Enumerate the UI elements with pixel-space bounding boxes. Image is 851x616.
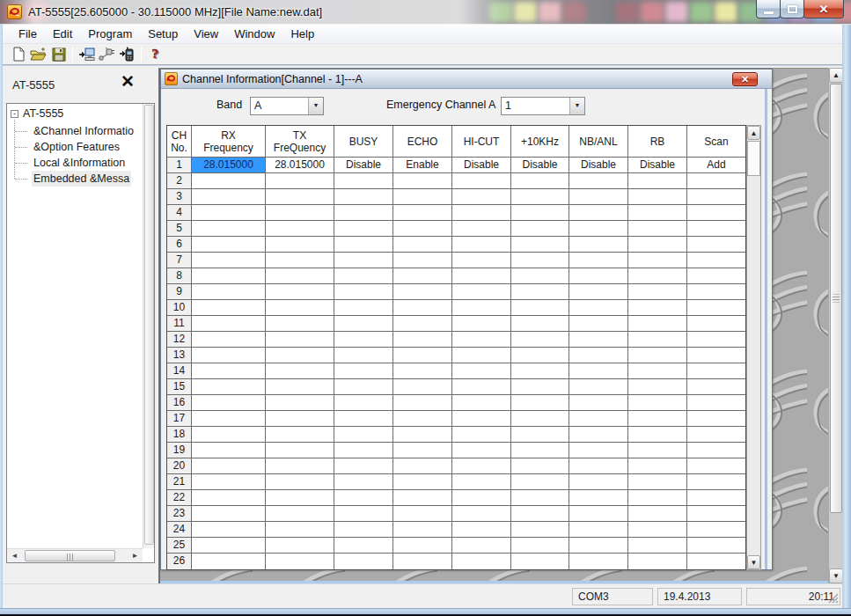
table-cell[interactable] bbox=[569, 363, 628, 379]
table-cell[interactable] bbox=[452, 427, 511, 443]
table-cell[interactable] bbox=[569, 490, 628, 506]
table-cell[interactable] bbox=[334, 411, 393, 427]
table-cell[interactable] bbox=[511, 237, 569, 253]
table-cell[interactable] bbox=[628, 363, 687, 379]
table-cell[interactable] bbox=[628, 348, 687, 363]
table-cell[interactable] bbox=[569, 538, 628, 554]
row-number-cell[interactable]: 6 bbox=[167, 237, 192, 253]
table-cell[interactable] bbox=[334, 237, 393, 253]
table-cell[interactable] bbox=[393, 253, 452, 268]
table-cell[interactable] bbox=[452, 268, 511, 284]
table-cell[interactable] bbox=[687, 348, 745, 363]
table-cell[interactable] bbox=[334, 474, 393, 490]
table-cell[interactable] bbox=[334, 300, 393, 316]
minimize-button[interactable] bbox=[756, 0, 781, 18]
chevron-down-icon[interactable]: ▼ bbox=[569, 98, 584, 114]
menu-view[interactable]: View bbox=[187, 26, 225, 42]
row-number-cell[interactable]: 11 bbox=[167, 316, 192, 332]
tree-root-node[interactable]: AT-5555 bbox=[23, 107, 63, 120]
tree-item-option-features[interactable]: &Option Features bbox=[32, 139, 121, 155]
table-cell[interactable] bbox=[334, 538, 393, 554]
table-cell[interactable] bbox=[569, 253, 628, 268]
sidebar-close-icon[interactable]: ✕ bbox=[121, 71, 135, 92]
table-cell[interactable] bbox=[687, 221, 745, 237]
table-cell[interactable] bbox=[452, 506, 511, 522]
table-cell[interactable] bbox=[687, 395, 745, 411]
table-cell[interactable] bbox=[452, 205, 511, 221]
scroll-right-icon[interactable]: ► bbox=[128, 550, 142, 562]
table-cell[interactable] bbox=[393, 300, 452, 316]
row-number-cell[interactable]: 5 bbox=[167, 221, 192, 237]
table-cell[interactable] bbox=[511, 474, 569, 490]
table-cell[interactable] bbox=[687, 173, 745, 189]
table-cell[interactable] bbox=[192, 363, 266, 379]
maximize-button[interactable] bbox=[780, 0, 804, 18]
table-cell[interactable] bbox=[192, 427, 266, 443]
table-cell[interactable] bbox=[334, 506, 393, 522]
table-cell[interactable] bbox=[569, 300, 628, 316]
table-cell[interactable] bbox=[393, 284, 452, 300]
table-cell[interactable] bbox=[393, 173, 452, 189]
resize-grip[interactable] bbox=[827, 592, 839, 604]
table-cell[interactable] bbox=[452, 554, 511, 569]
table-cell[interactable] bbox=[687, 427, 745, 443]
table-cell[interactable] bbox=[452, 379, 511, 395]
row-number-cell[interactable]: 16 bbox=[167, 395, 192, 411]
table-cell[interactable] bbox=[628, 189, 687, 205]
table-cell[interactable] bbox=[511, 253, 569, 268]
window-titlebar[interactable]: AT-5555[25.605000 - 30.115000 MHz][File … bbox=[0, 0, 851, 25]
row-number-cell[interactable]: 21 bbox=[167, 474, 192, 490]
table-cell[interactable] bbox=[334, 522, 393, 538]
child-window-titlebar[interactable]: Channel Information[Channel - 1]---A ✕ bbox=[161, 70, 772, 89]
table-cell[interactable] bbox=[687, 379, 745, 395]
table-cell[interactable] bbox=[628, 237, 687, 253]
table-cell[interactable] bbox=[452, 443, 511, 458]
table-cell[interactable] bbox=[266, 443, 334, 458]
table-cell[interactable] bbox=[192, 395, 266, 411]
table-cell[interactable] bbox=[266, 300, 334, 316]
table-cell[interactable] bbox=[687, 300, 745, 316]
table-cell[interactable] bbox=[334, 443, 393, 458]
table-cell[interactable]: Disable bbox=[511, 158, 569, 173]
table-cell[interactable] bbox=[628, 538, 687, 554]
table-cell[interactable] bbox=[266, 173, 334, 189]
table-cell[interactable] bbox=[452, 173, 511, 189]
table-cell[interactable] bbox=[192, 284, 266, 300]
table-cell[interactable] bbox=[266, 253, 334, 268]
scrollbar-thumb[interactable] bbox=[747, 141, 760, 176]
scrollbar-thumb[interactable] bbox=[830, 84, 842, 513]
row-number-cell[interactable]: 19 bbox=[167, 443, 192, 458]
table-cell[interactable] bbox=[334, 490, 393, 506]
table-cell[interactable] bbox=[511, 458, 569, 474]
column-header[interactable]: CHNo. bbox=[167, 126, 192, 158]
column-header[interactable]: Scan bbox=[687, 126, 745, 158]
table-cell[interactable] bbox=[452, 253, 511, 268]
table-cell[interactable] bbox=[393, 506, 452, 522]
table-cell[interactable] bbox=[393, 332, 452, 348]
connect-cable-button[interactable] bbox=[97, 45, 117, 63]
table-cell[interactable]: 28.015000 bbox=[266, 158, 334, 173]
table-cell[interactable] bbox=[569, 411, 628, 427]
mdi-vertical-scrollbar[interactable]: ▲ ▼ bbox=[828, 68, 842, 583]
table-cell[interactable]: Enable bbox=[393, 158, 452, 173]
table-cell[interactable] bbox=[192, 411, 266, 427]
table-cell[interactable] bbox=[192, 348, 266, 363]
row-number-cell[interactable]: 25 bbox=[167, 538, 192, 554]
row-number-cell[interactable]: 9 bbox=[167, 284, 192, 300]
table-cell[interactable] bbox=[569, 268, 628, 284]
table-cell[interactable] bbox=[628, 316, 687, 332]
table-cell[interactable] bbox=[628, 458, 687, 474]
table-cell[interactable] bbox=[628, 253, 687, 268]
table-cell[interactable] bbox=[452, 522, 511, 538]
table-cell[interactable] bbox=[266, 205, 334, 221]
tree-collapse-icon[interactable]: - bbox=[11, 110, 18, 118]
table-cell[interactable] bbox=[266, 237, 334, 253]
table-cell[interactable] bbox=[393, 474, 452, 490]
table-cell[interactable] bbox=[628, 554, 687, 569]
table-cell[interactable] bbox=[452, 538, 511, 554]
table-cell[interactable] bbox=[511, 395, 569, 411]
table-cell[interactable] bbox=[452, 395, 511, 411]
table-cell[interactable] bbox=[192, 458, 266, 474]
table-cell[interactable] bbox=[569, 316, 628, 332]
table-cell[interactable] bbox=[266, 427, 334, 443]
